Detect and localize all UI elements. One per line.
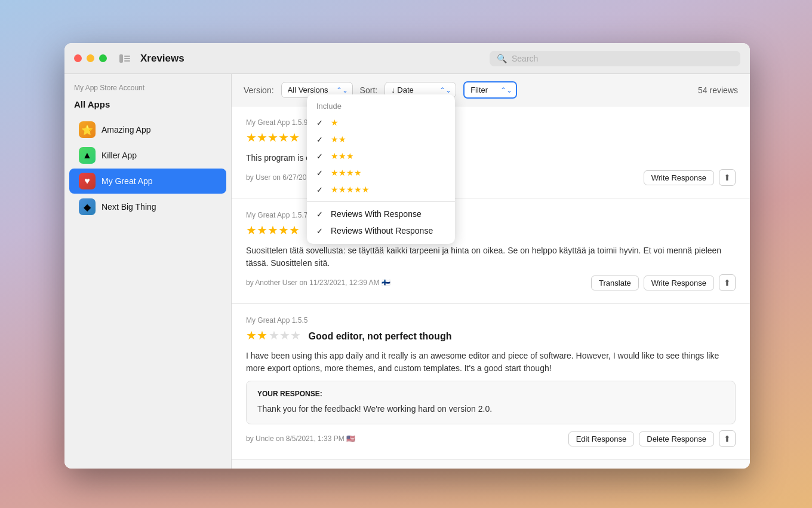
sidebar-item-amazing-app[interactable]: ⭐ Amazing App [69, 117, 226, 142]
star-display: ★ [331, 118, 339, 127]
review-meta: by Another User on 11/23/2021, 12:39 AM … [246, 274, 736, 291]
review-actions: Translate Write Response ⬆ [591, 274, 736, 291]
edit-response-button[interactable]: Edit Response [568, 432, 635, 446]
review-author: by Uncle on 8/5/2021, 1:33 PM 🇺🇸 [246, 434, 355, 443]
star-display: ★★★★★ [331, 185, 370, 194]
delete-response-button[interactable]: Delete Response [639, 432, 714, 446]
write-response-button[interactable]: Write Response [644, 170, 714, 185]
sidebar-item-label: Next Big Thing [102, 202, 156, 212]
share-button[interactable]: ⬆ [719, 169, 736, 186]
review-stars: ★★★★★ [246, 328, 301, 342]
traffic-lights [74, 54, 107, 62]
dropdown-item-label: Reviews Without Response [331, 226, 433, 235]
dropdown-divider [307, 201, 455, 202]
filter-dropdown: Include ✓ ★ ✓ ★★ ✓ ★★★ ✓ ★★★★ ✓ ★★★★★ ✓ … [307, 94, 455, 244]
dropdown-item-without-response[interactable]: ✓ Reviews Without Response [307, 222, 455, 239]
check-icon: ✓ [316, 210, 326, 219]
developer-response: YOUR RESPONSE: Thank you for the feedbac… [246, 381, 736, 424]
minimize-button[interactable] [87, 54, 94, 62]
review-actions: Write Response ⬆ [644, 169, 736, 186]
dropdown-item-3star[interactable]: ✓ ★★★ [307, 148, 455, 164]
filter-select[interactable]: Filter [463, 81, 517, 99]
response-label: YOUR RESPONSE: [257, 390, 724, 398]
check-icon: ✓ [316, 227, 326, 235]
share-button[interactable]: ⬆ [719, 274, 736, 291]
star-display: ★★ [331, 134, 346, 144]
review-version: My Great App 1.5.5 [246, 316, 736, 325]
svg-rect-2 [124, 58, 130, 59]
translate-button[interactable]: Translate [591, 276, 639, 290]
review-author: by Another User on 11/23/2021, 12:39 AM … [246, 279, 390, 287]
account-label: My App Store Account [64, 84, 231, 97]
sidebar-toggle-button[interactable] [116, 50, 133, 67]
write-response-button[interactable]: Write Response [644, 276, 714, 290]
svg-rect-0 [119, 54, 123, 63]
review-stars: ★★★★★ [246, 223, 300, 237]
version-label: Version: [244, 85, 274, 95]
all-apps-label: All Apps [64, 97, 231, 117]
next-big-thing-icon: ◆ [79, 198, 96, 215]
filter-select-wrapper: Filter ⌃⌄ [463, 81, 517, 99]
search-bar[interactable]: 🔍 Search [490, 51, 740, 66]
dropdown-item-with-response[interactable]: ✓ Reviews With Response [307, 206, 455, 222]
star-display: ★★★ [331, 151, 354, 161]
dropdown-item-2star[interactable]: ✓ ★★ [307, 131, 455, 148]
sidebar-item-killer-app[interactable]: ▲ Killer App [69, 143, 226, 168]
check-icon: ✓ [316, 118, 326, 127]
svg-rect-3 [124, 60, 130, 62]
my-great-app-icon: ♥ [79, 173, 96, 189]
review-count: 54 reviews [698, 85, 738, 95]
search-placeholder: Search [512, 54, 538, 63]
response-text: Thank you for the feedback! We're workin… [257, 403, 724, 415]
table-row: My Great App 1.5.5 ★★★★★ Good editor, no… [232, 304, 750, 460]
sidebar-item-label: Amazing App [102, 125, 151, 134]
review-title: Good editor, not perfect though [308, 331, 451, 341]
share-button[interactable]: ⬆ [719, 430, 736, 447]
close-button[interactable] [74, 54, 82, 62]
check-icon: ✓ [316, 169, 326, 178]
star-display: ★★★★ [331, 168, 362, 178]
sidebar-item-next-big-thing[interactable]: ◆ Next Big Thing [69, 194, 226, 219]
sort-label: Sort: [360, 85, 378, 95]
review-header: ★★★★★ Good editor, not perfect though [246, 328, 736, 345]
svg-rect-1 [124, 56, 130, 57]
dropdown-item-1star[interactable]: ✓ ★ [307, 114, 455, 131]
review-meta: by Uncle on 8/5/2021, 1:33 PM 🇺🇸 Edit Re… [246, 430, 736, 447]
sidebar-item-my-great-app[interactable]: ♥ My Great App [69, 169, 226, 194]
review-body: Suosittelen tätä sovellusta: se täyttää … [246, 244, 736, 270]
killer-app-icon: ▲ [79, 147, 96, 164]
search-icon: 🔍 [497, 54, 507, 63]
sidebar-item-label: Killer App [102, 151, 137, 160]
titlebar: Xreviews 🔍 Search [64, 43, 750, 74]
sidebar: My App Store Account All Apps ⭐ Amazing … [64, 74, 232, 469]
dropdown-item-label: Reviews With Response [331, 209, 422, 219]
check-icon: ✓ [316, 185, 326, 194]
review-stars: ★★★★★ [246, 130, 300, 145]
dropdown-item-5star[interactable]: ✓ ★★★★★ [307, 181, 455, 198]
review-actions: Edit Response Delete Response ⬆ [568, 430, 736, 447]
review-body: I have been using this app daily and it … [246, 350, 736, 375]
check-icon: ✓ [316, 152, 326, 161]
check-icon: ✓ [316, 135, 326, 144]
dropdown-section-label: Include [307, 99, 455, 114]
sidebar-item-label: My Great App [102, 176, 153, 186]
maximize-button[interactable] [99, 54, 107, 62]
dropdown-item-4star[interactable]: ✓ ★★★★ [307, 164, 455, 181]
amazing-app-icon: ⭐ [79, 121, 96, 138]
app-title: Xreviews [140, 53, 490, 65]
